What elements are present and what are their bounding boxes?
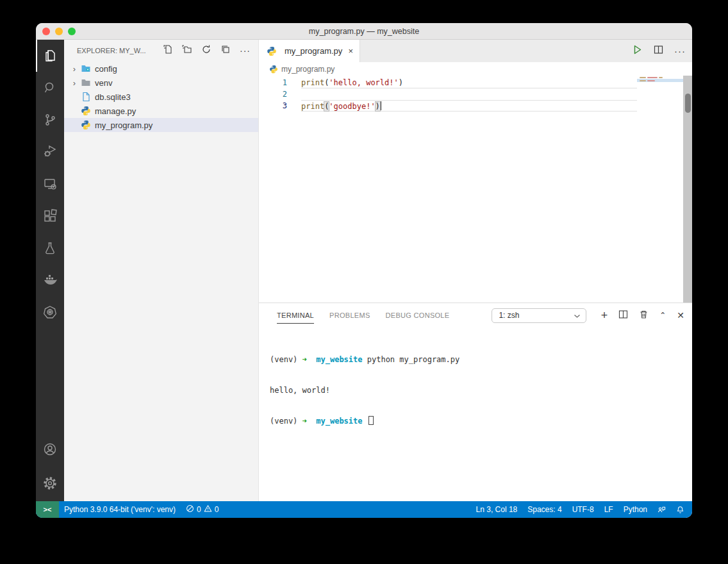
bottom-panel: TERMINAL PROBLEMS DEBUG CONSOLE 1: zsh +… (259, 303, 692, 501)
tree-item-my-program-py[interactable]: my_program.py (64, 118, 258, 132)
terminal-command: python my_program.py (367, 355, 460, 364)
prompt-arrow: ➜ (302, 355, 307, 364)
run-python-file-icon[interactable] (632, 44, 643, 58)
status-bar: >< Python 3.9.0 64-bit ('venv': venv) 0 … (36, 501, 692, 518)
tab-my-program-py[interactable]: my_program.py × (259, 40, 360, 62)
maximize-panel-icon[interactable]: ⌃ (659, 311, 666, 320)
file-icon (81, 92, 91, 102)
chevron-right-icon: › (69, 78, 79, 88)
breadcrumb-label: my_program.py (281, 65, 335, 74)
python-file-icon (269, 65, 278, 74)
code-token-function: print (301, 102, 324, 111)
folder-icon (81, 78, 91, 88)
docker-icon[interactable] (36, 264, 64, 296)
close-panel-icon[interactable]: ✕ (677, 310, 684, 320)
source-control-icon[interactable] (36, 104, 64, 136)
tab-problems[interactable]: PROBLEMS (329, 308, 370, 324)
file-tree: › config › venv db.sqlite3 man (64, 62, 258, 132)
testing-icon[interactable] (36, 232, 64, 264)
tree-item-venv[interactable]: › venv (64, 76, 258, 90)
code-editor[interactable]: 1 print('hello, world!') 2 3 print('good… (259, 76, 692, 303)
encoding-status[interactable]: UTF-8 (567, 505, 599, 514)
prompt-directory: my_website (307, 355, 367, 364)
terminal-picker-dropdown[interactable]: 1: zsh (492, 308, 586, 323)
run-and-debug-icon[interactable] (36, 136, 64, 168)
vscode-window: my_program.py — my_website (36, 23, 692, 518)
explorer-icon[interactable] (36, 40, 64, 72)
settings-gear-icon[interactable] (36, 465, 64, 501)
search-icon[interactable] (36, 72, 64, 104)
tree-item-label: config (95, 64, 117, 74)
python-interpreter-status[interactable]: Python 3.9.0 64-bit ('venv': venv) (59, 501, 181, 518)
tree-item-label: db.sqlite3 (95, 92, 131, 102)
collapse-folders-icon[interactable] (220, 44, 231, 57)
activity-bar (36, 40, 64, 501)
chevron-right-icon: › (69, 64, 79, 74)
terminal-line: (venv) ➜ my_website python my_program.py (270, 354, 692, 365)
explorer-more-actions-icon[interactable]: ··· (240, 47, 251, 54)
tree-item-config[interactable]: › config (64, 62, 258, 76)
terminal-line: hello, world! (270, 385, 692, 395)
errors-count: 0 (197, 505, 201, 514)
tree-item-label: venv (95, 78, 112, 88)
editor-more-actions-icon[interactable]: ··· (674, 46, 686, 56)
tab-close-icon[interactable]: × (348, 46, 353, 56)
remote-icon: >< (44, 506, 52, 513)
tree-item-label: my_program.py (95, 120, 153, 130)
terminal-line: (venv) ➜ my_website (270, 416, 692, 426)
code-token-string: 'hello, world!' (329, 78, 398, 87)
code-token-paren-matched: ) (376, 102, 380, 111)
editor-group: my_program.py × ··· my_program.py 1 prin… (259, 40, 692, 501)
tree-item-db-sqlite3[interactable]: db.sqlite3 (64, 90, 258, 104)
code-line-2: 2 (259, 88, 692, 100)
tab-debug-console[interactable]: DEBUG CONSOLE (386, 308, 450, 324)
window-title: my_program.py — my_website (36, 27, 692, 36)
minimap[interactable] (637, 76, 683, 303)
kubernetes-icon[interactable] (36, 296, 64, 328)
code-token-function: print (301, 78, 324, 87)
cursor-position-status[interactable]: Ln 3, Col 18 (471, 505, 523, 514)
tree-item-manage-py[interactable]: manage.py (64, 104, 258, 118)
folder-config-icon (81, 63, 91, 74)
new-folder-icon[interactable] (182, 44, 192, 57)
editor-scrollbar-thumb[interactable] (685, 94, 691, 113)
kill-terminal-trash-icon[interactable] (639, 310, 649, 322)
remote-indicator[interactable]: >< (36, 501, 59, 518)
eol-status[interactable]: LF (599, 505, 618, 514)
code-line-3: 3 print('goodbye!') (259, 100, 692, 112)
refresh-explorer-icon[interactable] (201, 44, 211, 57)
indentation-status[interactable]: Spaces: 4 (522, 505, 567, 514)
terminal-cursor (368, 416, 374, 425)
remote-explorer-icon[interactable] (36, 168, 64, 200)
split-terminal-icon[interactable] (618, 310, 628, 322)
split-editor-icon[interactable] (653, 44, 664, 58)
code-token-string: 'goodbye!' (329, 102, 375, 111)
title-bar: my_program.py — my_website (36, 23, 692, 40)
line-number-active: 3 (259, 100, 287, 112)
chevron-down-icon (574, 310, 581, 321)
problems-status[interactable]: 0 0 (181, 501, 224, 518)
notifications-bell-icon[interactable] (671, 506, 692, 514)
new-terminal-icon[interactable]: + (601, 311, 608, 320)
feedback-icon[interactable] (652, 506, 671, 514)
breadcrumb[interactable]: my_program.py (259, 62, 692, 76)
panel-header: TERMINAL PROBLEMS DEBUG CONSOLE 1: zsh +… (259, 303, 692, 328)
new-file-icon[interactable] (163, 44, 173, 57)
explorer-header: EXPLORER: MY_W... ··· (64, 40, 258, 62)
terminal-picker-value: 1: zsh (499, 311, 574, 320)
tab-terminal[interactable]: TERMINAL (277, 308, 314, 324)
tab-label: my_program.py (285, 46, 344, 56)
warnings-icon (204, 504, 212, 515)
line-number: 2 (259, 88, 287, 100)
extensions-icon[interactable] (36, 200, 64, 232)
editor-scrollbar[interactable] (683, 76, 692, 303)
explorer-title: EXPLORER: MY_W... (77, 47, 163, 54)
python-file-icon (81, 120, 91, 130)
text-cursor (380, 101, 381, 110)
explorer-sidebar: EXPLORER: MY_W... ··· › config › (64, 40, 259, 501)
terminal-output[interactable]: (venv) ➜ my_website python my_program.py… (259, 328, 692, 501)
tab-bar: my_program.py × ··· (259, 40, 692, 62)
line-number: 1 (259, 77, 287, 88)
accounts-icon[interactable] (36, 433, 64, 465)
language-mode-status[interactable]: Python (618, 505, 652, 514)
